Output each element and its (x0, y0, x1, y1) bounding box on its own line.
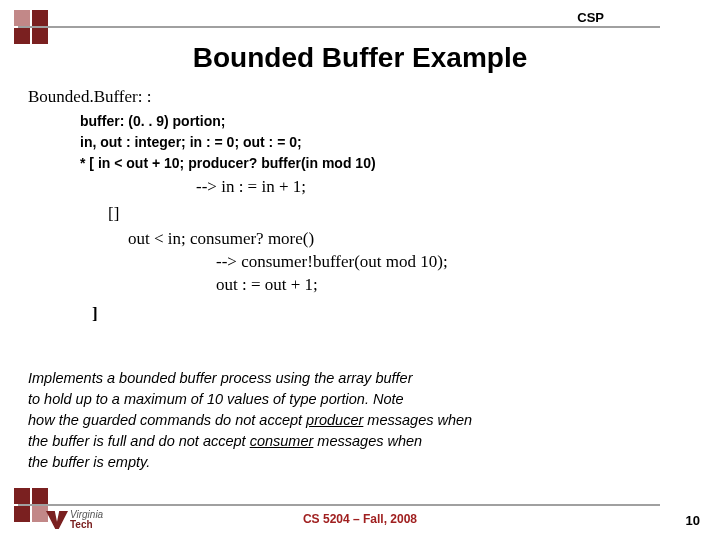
rule-bottom (18, 504, 660, 506)
desc-line: Implements a bounded buffer process usin… (28, 368, 680, 389)
code-line: in, out : integer; in : = 0; out : = 0; (80, 132, 692, 153)
code-line: --> in : = in + 1; (196, 176, 692, 199)
code-line: --> consumer!buffer(out mod 10); (216, 251, 692, 274)
term-consumer: consumer (250, 433, 314, 449)
footer-course: CS 5204 – Fall, 2008 (0, 512, 720, 526)
header-label: CSP (571, 10, 610, 25)
code-definitions: buffer: (0. . 9) portion; in, out : inte… (80, 111, 692, 174)
code-line: out : = out + 1; (216, 274, 692, 297)
description: Implements a bounded buffer process usin… (28, 368, 680, 473)
term-producer: producer (306, 412, 363, 428)
code-declaration: Bounded.Buffer: : (28, 86, 692, 109)
page-number: 10 (686, 513, 700, 528)
desc-line: to hold up to a maximum of 10 values of … (28, 389, 680, 410)
desc-line: the buffer is empty. (28, 452, 680, 473)
slide-title: Bounded Buffer Example (0, 42, 720, 74)
slide-body: Bounded.Buffer: : buffer: (0. . 9) porti… (28, 86, 692, 326)
code-close: ] (92, 303, 692, 326)
desc-line: how the guarded commands do not accept p… (28, 410, 680, 431)
slide: CSP Bounded Buffer Example Bounded.Buffe… (0, 0, 720, 540)
desc-line: the buffer is full and do not accept con… (28, 431, 680, 452)
code-line: out < in; consumer? more() (128, 228, 692, 251)
code-line: * [ in < out + 10; producer? buffer(in m… (80, 153, 692, 174)
code-line: buffer: (0. . 9) portion; (80, 111, 692, 132)
code-separator: [] (108, 203, 692, 226)
rule-top (18, 26, 660, 28)
